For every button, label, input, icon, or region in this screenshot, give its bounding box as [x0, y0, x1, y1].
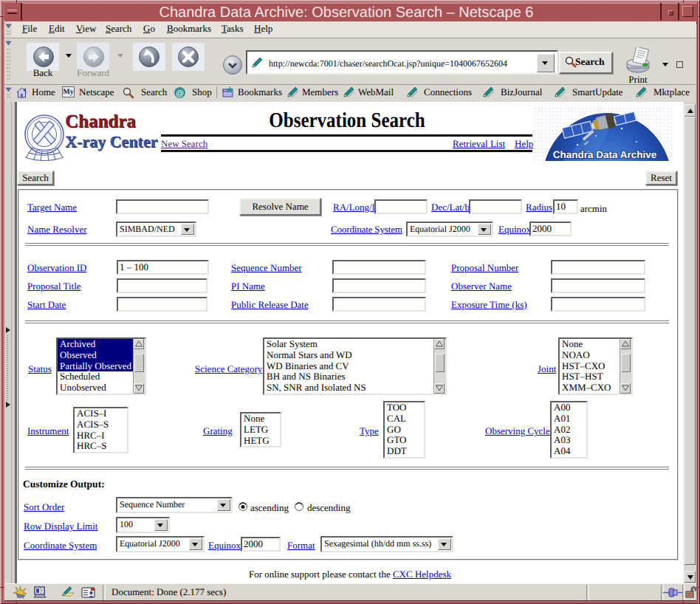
svg-text:Chandra Data Archive: Chandra Data Archive [553, 149, 657, 160]
svg-text:@: @ [176, 89, 184, 98]
